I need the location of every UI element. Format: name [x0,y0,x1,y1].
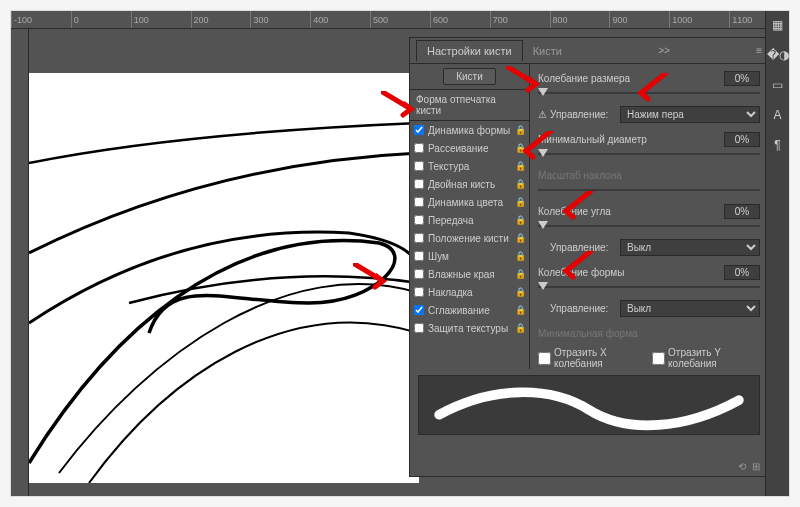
layers-icon[interactable]: ▭ [770,77,786,93]
collapse-icon[interactable]: >> [658,45,670,56]
control-label: Управление: [550,109,620,120]
angle-jitter-value[interactable]: 0% [724,204,760,219]
brush-options-list: Кисти Форма отпечатка кисти Динамика фор… [410,64,530,369]
option-checkbox[interactable] [414,143,424,153]
tilt-scale-slider [538,185,760,195]
brush-option-row[interactable]: Передача🔒 [410,211,529,229]
lock-icon[interactable]: 🔒 [515,305,525,315]
brush-option-row[interactable]: Динамика цвета🔒 [410,193,529,211]
min-diameter-slider[interactable] [538,149,760,159]
option-checkbox[interactable] [414,287,424,297]
size-jitter-slider[interactable] [538,88,760,98]
roundness-jitter-label: Колебание формы [538,267,724,278]
option-checkbox[interactable] [414,179,424,189]
tilt-scale-label: Масштаб наклона [538,170,760,181]
adjustments-icon[interactable]: �◑ [770,47,786,63]
brush-option-row[interactable]: Шум🔒 [410,247,529,265]
lock-icon[interactable]: 🔒 [515,197,525,207]
lock-icon[interactable]: 🔒 [515,143,525,153]
angle-jitter-label: Колебание угла [538,206,724,217]
option-label: Влажные края [428,269,515,280]
roundness-control-label: Управление: [550,303,620,314]
option-label: Сглаживание [428,305,515,316]
brush-settings-panel: Настройки кисти Кисти >> ≡ Кисти Форма о… [409,37,769,477]
right-toolstrip: ▦ �◑ ▭ A ¶ [765,11,789,496]
angle-jitter-slider[interactable] [538,221,760,231]
option-label: Текстура [428,161,515,172]
lock-icon[interactable]: 🔒 [515,269,525,279]
angle-control-label: Управление: [550,242,620,253]
lock-icon[interactable]: 🔒 [515,161,525,171]
size-jitter-label: Колебание размера [538,73,724,84]
option-label: Накладка [428,287,515,298]
brush-option-row[interactable]: Влажные края🔒 [410,265,529,283]
ruler-left [11,29,29,497]
brush-option-row[interactable]: Защита текстуры🔒 [410,319,529,337]
brush-option-row[interactable]: Рассеивание🔒 [410,139,529,157]
roundness-control-select[interactable]: Выкл [620,300,760,317]
tab-brush-settings[interactable]: Настройки кисти [416,40,523,61]
roundness-jitter-slider[interactable] [538,282,760,292]
option-checkbox[interactable] [414,233,424,243]
brush-strokes [29,73,419,483]
option-label: Рассеивание [428,143,515,154]
type-icon[interactable]: A [770,107,786,123]
brush-option-row[interactable]: Сглаживание🔒 [410,301,529,319]
option-checkbox[interactable] [414,305,424,315]
option-label: Динамика формы [428,125,515,136]
lock-icon[interactable]: 🔒 [515,215,525,225]
option-checkbox[interactable] [414,197,424,207]
brush-option-row[interactable]: Двойная кисть🔒 [410,175,529,193]
shape-dynamics-controls: Колебание размера 0% ⚠ Управление: Нажим… [530,64,768,369]
option-label: Положение кисти [428,233,515,244]
tab-brushes[interactable]: Кисти [523,41,572,61]
toggle-preview-icon[interactable]: ⟲ [738,461,746,472]
lock-icon[interactable]: 🔒 [515,179,525,189]
warning-icon: ⚠ [538,109,550,120]
brush-option-row[interactable]: Текстура🔒 [410,157,529,175]
flip-y-checkbox[interactable]: Отразить Y колебания [652,347,760,369]
option-label: Динамика цвета [428,197,515,208]
paragraph-icon[interactable]: ¶ [770,137,786,153]
brush-tip-shape-header[interactable]: Форма отпечатка кисти [410,90,529,121]
option-label: Защита текстуры [428,323,515,334]
min-roundness-label: Минимальная форма [538,328,760,339]
brush-option-row[interactable]: Накладка🔒 [410,283,529,301]
option-checkbox[interactable] [414,269,424,279]
flip-x-checkbox[interactable]: Отразить X колебания [538,347,646,369]
option-label: Шум [428,251,515,262]
lock-icon[interactable]: 🔒 [515,251,525,261]
ruler-top: -100010020030040050060070080090010001100 [11,11,789,29]
option-label: Двойная кисть [428,179,515,190]
min-diameter-value[interactable]: 0% [724,132,760,147]
option-checkbox[interactable] [414,161,424,171]
lock-icon[interactable]: 🔒 [515,233,525,243]
lock-icon[interactable]: 🔒 [515,323,525,333]
size-control-select[interactable]: Нажим пера [620,106,760,123]
brush-option-row[interactable]: Положение кисти🔒 [410,229,529,247]
roundness-jitter-value[interactable]: 0% [724,265,760,280]
brush-preview [418,375,760,435]
new-preset-icon[interactable]: ⊞ [752,461,760,472]
option-checkbox[interactable] [414,125,424,135]
min-diameter-label: Минимальный диаметр [538,134,724,145]
brush-option-row[interactable]: Динамика формы🔒 [410,121,529,139]
lock-icon[interactable]: 🔒 [515,125,525,135]
lock-icon[interactable]: 🔒 [515,287,525,297]
option-checkbox[interactable] [414,215,424,225]
option-label: Передача [428,215,515,226]
canvas[interactable] [29,73,419,483]
option-checkbox[interactable] [414,323,424,333]
angle-control-select[interactable]: Выкл [620,239,760,256]
swatches-icon[interactable]: ▦ [770,17,786,33]
panel-menu-icon[interactable]: ≡ [756,45,762,56]
option-checkbox[interactable] [414,251,424,261]
size-jitter-value[interactable]: 0% [724,71,760,86]
brushes-button[interactable]: Кисти [443,68,496,85]
